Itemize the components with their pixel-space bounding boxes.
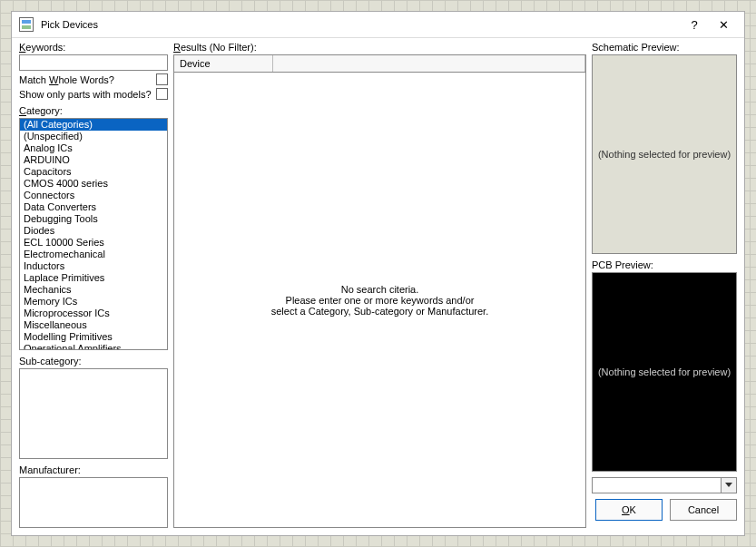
category-item[interactable]: Data Converters <box>20 201 167 213</box>
results-header: Results (No Filter): <box>173 42 586 53</box>
category-list[interactable]: (All Categories)(Unspecified)Analog ICsA… <box>19 118 168 350</box>
ok-button[interactable]: OK <box>595 499 663 521</box>
category-item[interactable]: Miscellaneous <box>20 319 167 331</box>
category-item[interactable]: Memory ICs <box>20 296 167 308</box>
no-criteria-line2: Please enter one or more keywords and/or <box>271 295 488 306</box>
category-item[interactable]: Operational Amplifiers <box>20 343 167 349</box>
col-empty[interactable] <box>273 55 585 72</box>
no-criteria-line3: select a Category, Sub-category or Manuf… <box>271 306 488 317</box>
category-item[interactable]: Diodes <box>20 225 167 237</box>
no-criteria-line1: No search citeria. <box>271 284 488 295</box>
category-item[interactable]: CMOS 4000 series <box>20 178 167 190</box>
app-icon <box>19 17 34 32</box>
schematic-preview-label: Schematic Preview: <box>592 42 737 53</box>
close-button[interactable]: ✕ <box>710 15 737 34</box>
category-item[interactable]: (Unspecified) <box>20 131 167 142</box>
svg-marker-2 <box>725 483 732 487</box>
pick-devices-dialog: Pick Devices ? ✕ Keywords Match Whole Wo… <box>11 11 745 536</box>
category-item[interactable]: Laplace Primitives <box>20 272 167 284</box>
keywords-label: Keywords <box>19 42 168 53</box>
results-body: No search citeria. Please enter one or m… <box>173 73 586 528</box>
schematic-preview-msg: (Nothing selected for preview) <box>598 149 731 160</box>
pcb-preview: (Nothing selected for preview) <box>592 272 737 472</box>
manufacturer-label: Manufacturer: <box>19 464 168 475</box>
match-whole-label: Match Whole Words? <box>19 74 114 85</box>
category-item[interactable]: Modelling Primitives <box>20 331 167 343</box>
subcategory-label: Sub-category: <box>19 356 168 366</box>
svg-rect-0 <box>22 20 31 24</box>
titlebar: Pick Devices ? ✕ <box>12 12 744 38</box>
cancel-button-label: Cancel <box>688 504 719 515</box>
category-item[interactable]: Connectors <box>20 190 167 201</box>
col-device[interactable]: Device <box>174 55 273 72</box>
category-item[interactable]: Debugging Tools <box>20 213 167 225</box>
subcategory-list[interactable] <box>19 368 168 459</box>
package-combo[interactable] <box>592 477 737 493</box>
manufacturer-list[interactable] <box>19 477 168 528</box>
category-item[interactable]: Electromechanical <box>20 249 167 260</box>
category-label: Category <box>19 105 168 116</box>
keywords-input[interactable] <box>19 54 168 71</box>
svg-rect-1 <box>22 25 31 29</box>
ok-button-label: OK <box>622 504 636 515</box>
category-item[interactable]: (All Categories) <box>20 119 167 131</box>
models-only-label: Show only parts with models? <box>19 89 152 100</box>
chevron-down-icon[interactable] <box>721 478 736 493</box>
schematic-preview: (Nothing selected for preview) <box>592 54 737 254</box>
category-item[interactable]: Analog ICs <box>20 142 167 154</box>
models-only-checkbox[interactable] <box>156 88 168 100</box>
category-item[interactable]: Inductors <box>20 260 167 272</box>
category-item[interactable]: ECL 10000 Series <box>20 237 167 249</box>
pcb-preview-msg: (Nothing selected for preview) <box>598 366 731 377</box>
pcb-preview-label: PCB Preview: <box>592 259 737 270</box>
help-button[interactable]: ? <box>681 15 708 34</box>
results-columns: Device <box>173 54 586 73</box>
package-combo-value <box>593 478 721 493</box>
match-whole-checkbox[interactable] <box>156 73 168 85</box>
category-item[interactable]: Mechanics <box>20 284 167 296</box>
category-item[interactable]: ARDUINO <box>20 154 167 166</box>
category-item[interactable]: Capacitors <box>20 166 167 178</box>
category-item[interactable]: Microprocessor ICs <box>20 308 167 319</box>
cancel-button[interactable]: Cancel <box>670 499 737 521</box>
dialog-title: Pick Devices <box>41 19 679 30</box>
